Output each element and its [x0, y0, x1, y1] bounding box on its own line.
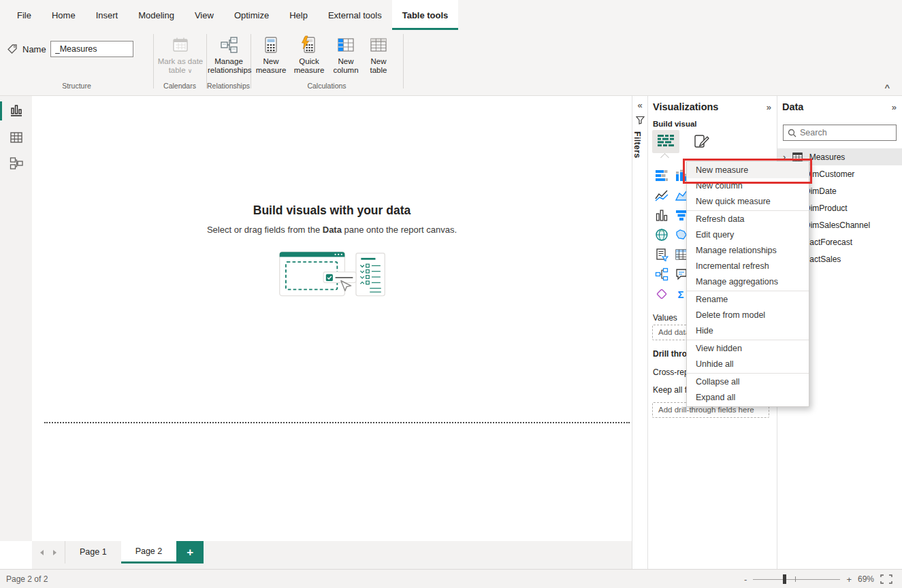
new-column-button[interactable]: Newcolumn	[329, 35, 362, 75]
canvas-empty-state: Build visuals with your data Select or d…	[32, 203, 632, 311]
name-field-label: Name	[22, 44, 46, 54]
format-visual-tab[interactable]	[688, 130, 715, 153]
menu-tab-file[interactable]: File	[7, 0, 42, 30]
visualizations-pane-title: Visualizations	[653, 101, 767, 112]
menu-separator	[687, 340, 809, 340]
new-page-button[interactable]: +	[176, 541, 204, 564]
ribbon-group-separator	[251, 34, 251, 88]
expand-chevron-icon[interactable]: ›	[783, 152, 790, 162]
visual-stacked-bar-chart-icon[interactable]	[651, 165, 671, 185]
status-bar: Page 2 of 2 - + 69%	[0, 569, 902, 588]
collapse-data-pane-icon[interactable]: »	[892, 102, 897, 112]
new-measure-button[interactable]: Newmeasure	[253, 35, 289, 75]
table-view-icon	[8, 129, 25, 146]
report-view-button[interactable]	[8, 102, 25, 118]
visual-power-apps-icon[interactable]	[651, 284, 671, 304]
zoom-slider-handle[interactable]	[783, 574, 786, 584]
zoom-slider[interactable]	[753, 574, 840, 584]
context-menu-item-new-quick-measure[interactable]: New quick measure	[687, 194, 809, 210]
visual-clustered-column-chart-icon[interactable]	[651, 205, 671, 225]
visual-report-icon[interactable]	[651, 244, 671, 264]
context-menu-item-unhide-all[interactable]: Unhide all	[687, 357, 809, 372]
group-label-calendars: Calendars	[153, 82, 206, 90]
mark-as-date-table-button[interactable]: Mark as datetable ∨	[155, 35, 206, 76]
view-switcher-rail	[0, 96, 32, 541]
page-tab-2[interactable]: Page 2	[121, 541, 177, 564]
menu-tab-modeling[interactable]: Modeling	[128, 0, 184, 30]
context-menu-item-delete-from-model[interactable]: Delete from model	[687, 308, 809, 323]
context-menu-item-incremental-refresh[interactable]: Incremental refresh	[687, 259, 809, 274]
ribbon-group-separator	[153, 34, 154, 88]
active-view-indicator	[0, 101, 2, 120]
svg-text:Σ: Σ	[677, 288, 683, 299]
model-view-button[interactable]	[8, 155, 25, 172]
table-icon	[792, 152, 803, 161]
empty-state-illustration	[32, 246, 632, 311]
context-menu-item-manage-aggregations[interactable]: Manage aggregations	[687, 274, 809, 290]
build-visual-icon	[657, 134, 675, 149]
field-label: DimCustomer	[805, 169, 854, 179]
context-menu-item-refresh-data[interactable]: Refresh data	[687, 212, 809, 227]
values-section-label: Values	[653, 313, 677, 323]
menu-tab-insert[interactable]: Insert	[86, 0, 129, 30]
ribbon-group-separator	[403, 34, 404, 88]
data-search-input[interactable]	[800, 128, 892, 137]
context-menu-item-rename[interactable]: Rename	[687, 292, 809, 308]
dropdown-chevron-icon: ∨	[188, 67, 193, 74]
context-menu-item-view-hidden[interactable]: View hidden	[687, 341, 809, 357]
menu-separator	[687, 373, 809, 374]
menu-tab-home[interactable]: Home	[42, 0, 86, 30]
context-menu-item-collapse-all[interactable]: Collapse all	[687, 374, 809, 390]
visual-map-icon[interactable]	[651, 225, 671, 244]
new-measure-icon	[261, 35, 280, 54]
context-menu-item-edit-query[interactable]: Edit query	[687, 227, 809, 243]
tag-icon	[7, 44, 18, 55]
filter-funnel-icon	[636, 116, 645, 125]
selected-tab-notch	[660, 153, 669, 162]
visual-gallery: Σ	[651, 165, 691, 304]
build-visual-tab[interactable]	[652, 130, 679, 153]
table-context-menu: New measure New column New quick measure…	[686, 161, 809, 407]
table-name-input[interactable]	[50, 41, 133, 57]
field-label: FactForecast	[805, 238, 852, 247]
filters-pane-label[interactable]: Filters	[632, 131, 642, 159]
previous-page-arrow-icon[interactable]	[40, 550, 44, 555]
quick-measure-icon	[300, 35, 319, 54]
manage-relationships-button[interactable]: Managerelationships	[208, 35, 250, 75]
context-menu-item-new-column[interactable]: New column	[687, 178, 809, 194]
visual-line-chart-icon[interactable]	[651, 185, 671, 205]
expand-filters-pane-icon[interactable]: «	[632, 100, 647, 110]
menu-tab-optimize[interactable]: Optimize	[224, 0, 279, 30]
data-pane-title: Data	[782, 101, 892, 112]
context-menu-item-expand-all[interactable]: Expand all	[687, 390, 809, 406]
context-menu-item-new-measure[interactable]: New measure	[687, 163, 809, 178]
menu-separator	[687, 210, 809, 211]
data-search-box[interactable]	[783, 125, 897, 141]
collapse-ribbon-icon[interactable]: ^	[884, 82, 890, 93]
context-menu-item-hide[interactable]: Hide	[687, 323, 809, 339]
report-canvas[interactable]: Build visuals with your data Select or d…	[32, 96, 632, 541]
menu-separator	[687, 291, 809, 291]
fit-to-page-icon[interactable]	[880, 574, 892, 584]
zoom-in-button[interactable]: +	[846, 574, 852, 585]
menu-tab-external-tools[interactable]: External tools	[318, 0, 392, 30]
page-tab-1[interactable]: Page 1	[65, 541, 121, 564]
build-visual-label: Build visual	[653, 120, 697, 128]
next-page-arrow-icon[interactable]	[53, 550, 57, 555]
table-view-button[interactable]	[8, 129, 25, 146]
new-column-icon	[336, 35, 355, 54]
zoom-out-button[interactable]: -	[744, 574, 747, 585]
zoom-level: 69%	[858, 574, 874, 584]
context-menu-item-manage-relationships[interactable]: Manage relationships	[687, 243, 809, 259]
zoom-slider-track	[753, 579, 840, 580]
visual-decomposition-tree-icon[interactable]	[651, 264, 671, 284]
menu-tab-help[interactable]: Help	[279, 0, 318, 30]
new-table-button[interactable]: Newtable	[364, 35, 393, 75]
ribbon-group-separator	[206, 34, 207, 88]
page-indicator: Page 2 of 2	[6, 574, 48, 584]
collapse-visualizations-pane-icon[interactable]: »	[767, 102, 771, 112]
empty-state-title: Build visuals with your data	[32, 203, 632, 218]
menu-tab-view[interactable]: View	[184, 0, 224, 30]
quick-measure-button[interactable]: Quickmeasure	[290, 35, 328, 75]
menu-tab-table-tools[interactable]: Table tools	[392, 0, 459, 30]
